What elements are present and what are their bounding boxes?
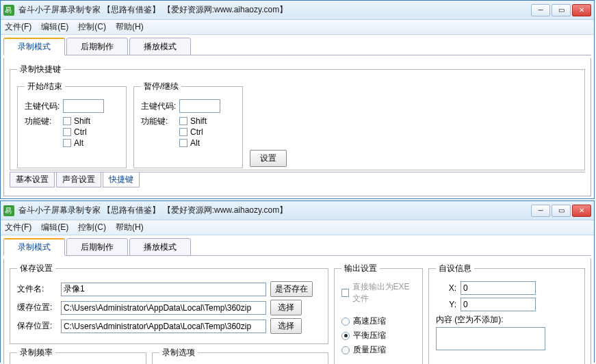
menu-edit[interactable]: 编辑(E) xyxy=(41,21,68,33)
titlebar-2: 奋斗小子屏幕录制专家 【思路有借鉴】 【爱好资源网:www.aihaozy.co… xyxy=(1,201,594,220)
custom-group-label: 自设信息 xyxy=(436,263,474,274)
savepath-label: 保存位置: xyxy=(17,320,61,332)
minimize-button[interactable]: ─ xyxy=(531,4,550,16)
menu-control-2[interactable]: 控制(C) xyxy=(78,222,106,233)
app-icon xyxy=(3,5,14,16)
save-group-label: 保存设置 xyxy=(17,263,55,274)
opt-group-label: 录制选项 xyxy=(159,347,198,359)
out-exe-checkbox xyxy=(341,289,349,297)
pause-ctrl-checkbox[interactable] xyxy=(179,128,187,136)
savepath-input[interactable] xyxy=(61,320,266,333)
cache-choose-button[interactable]: 选择 xyxy=(270,300,302,315)
tab-post[interactable]: 后期制作 xyxy=(66,38,128,55)
content-label: 内容 (空为不添加): xyxy=(436,314,578,326)
tab-post-2[interactable]: 后期制作 xyxy=(66,238,128,256)
y-input[interactable] xyxy=(461,298,536,311)
y-label: Y: xyxy=(436,300,456,309)
x-input[interactable] xyxy=(461,281,536,295)
bottom-tabs: 基本设置 声音设置 快捷键 xyxy=(10,172,585,187)
startend-keycode-input[interactable] xyxy=(63,99,104,113)
menubar: 文件(F) 编辑(E) 控制(C) 帮助(H) xyxy=(1,20,594,35)
titlebar: 奋斗小子屏幕录制专家 【思路有借鉴】 【爱好资源网:www.aihaozy.co… xyxy=(1,1,594,20)
menu-help[interactable]: 帮助(H) xyxy=(116,21,144,33)
out-quality-radio[interactable] xyxy=(341,346,350,354)
out-balance-radio[interactable] xyxy=(341,332,350,340)
app-title: 奋斗小子屏幕录制专家 【思路有借鉴】 【爱好资源网:www.aihaozy.co… xyxy=(18,4,531,16)
menu-control[interactable]: 控制(C) xyxy=(78,21,106,33)
tab-record-2[interactable]: 录制模式 xyxy=(3,238,65,256)
bottom-tab-basic[interactable]: 基本设置 xyxy=(10,172,55,187)
exist-button[interactable]: 是否存在 xyxy=(270,281,313,297)
pause-keycode-input[interactable] xyxy=(179,99,220,113)
main-tabs: 录制模式 后期制作 播放模式 xyxy=(3,38,591,55)
hotkey-group-label: 录制快捷键 xyxy=(17,64,64,75)
out-exe-label: 直接输出为EXE文件 xyxy=(352,281,415,304)
close-button-2[interactable]: ✕ xyxy=(572,205,591,217)
out-group-label: 输出设置 xyxy=(341,263,380,274)
pause-shift-checkbox[interactable] xyxy=(179,117,187,125)
modkey-label-2: 功能键: xyxy=(141,116,179,127)
save-choose-button[interactable]: 选择 xyxy=(270,318,302,334)
keycode-label-2: 主键代码: xyxy=(141,101,179,112)
maximize-button[interactable]: ▭ xyxy=(552,4,571,16)
startend-group-label: 开始/结束 xyxy=(25,81,65,92)
tab-play[interactable]: 播放模式 xyxy=(129,38,191,55)
bottom-tab-sound[interactable]: 声音设置 xyxy=(56,172,101,187)
minimize-button-2[interactable]: ─ xyxy=(531,205,550,217)
maximize-button-2[interactable]: ▭ xyxy=(552,205,571,217)
close-button[interactable]: ✕ xyxy=(572,4,591,16)
out-fast-radio[interactable] xyxy=(341,317,350,326)
keycode-label: 主键代码: xyxy=(25,101,63,112)
app-title-2: 奋斗小子屏幕录制专家 【思路有借鉴】 【爱好资源网:www.aihaozy.co… xyxy=(18,205,531,216)
menubar-2: 文件(F) 编辑(E) 控制(C) 帮助(H) xyxy=(1,220,594,235)
content-textarea[interactable] xyxy=(436,327,545,350)
tab-record[interactable]: 录制模式 xyxy=(3,38,65,55)
freq-group-label: 录制频率 xyxy=(17,347,55,359)
menu-help-2[interactable]: 帮助(H) xyxy=(116,222,144,233)
menu-file-2[interactable]: 文件(F) xyxy=(5,222,31,233)
bottom-tab-hotkey[interactable]: 快捷键 xyxy=(103,172,140,187)
pause-group-label: 暂停/继续 xyxy=(141,81,181,92)
startend-shift-checkbox[interactable] xyxy=(63,117,71,125)
menu-file[interactable]: 文件(F) xyxy=(5,21,31,33)
set-button[interactable]: 设置 xyxy=(250,150,287,167)
app-icon-2 xyxy=(3,205,14,216)
out-quality-label: 质量压缩 xyxy=(353,344,386,356)
filename-label: 文件名: xyxy=(17,283,61,295)
tab-play-2[interactable]: 播放模式 xyxy=(129,238,191,256)
cache-input[interactable] xyxy=(61,301,266,315)
modkey-label: 功能键: xyxy=(25,116,63,127)
pause-alt-checkbox[interactable] xyxy=(179,139,187,147)
out-balance-label: 平衡压缩 xyxy=(353,330,386,341)
out-fast-label: 高速压缩 xyxy=(353,315,386,327)
filename-input[interactable] xyxy=(61,283,266,296)
x-label: X: xyxy=(436,283,456,293)
startend-ctrl-checkbox[interactable] xyxy=(63,128,71,136)
main-tabs-2: 录制模式 后期制作 播放模式 xyxy=(3,238,591,256)
startend-alt-checkbox[interactable] xyxy=(63,139,71,147)
menu-edit-2[interactable]: 编辑(E) xyxy=(41,222,68,233)
cache-label: 缓存位置: xyxy=(17,302,61,313)
